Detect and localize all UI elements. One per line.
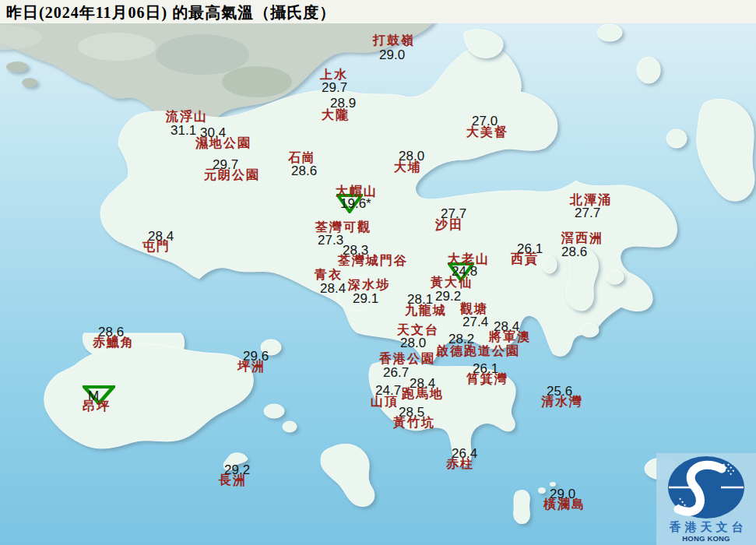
station-name: 北潭涌 bbox=[570, 194, 612, 206]
map-title: 昨日(2024年11月06日) 的最高氣溫（攝氏度） bbox=[6, 2, 336, 23]
station-name: 石崗 bbox=[288, 152, 316, 164]
station-name: 天文台 bbox=[397, 324, 439, 336]
station-name: 上水 bbox=[320, 69, 348, 81]
station-value: 28.4 bbox=[320, 282, 346, 295]
station-value: 29.0 bbox=[379, 48, 405, 62]
station-value: 27.3 bbox=[318, 234, 343, 247]
hko-logo-chinese: 香港天文台 bbox=[656, 520, 756, 535]
station-name: 大帽山 bbox=[336, 185, 378, 198]
hko-logo: 香港天文台 HONG KONG OBSERVATORY bbox=[656, 453, 756, 545]
hko-logo-english: HONG KONG OBSERVATORY bbox=[656, 534, 756, 545]
title-bar: 昨日(2024年11月06日) 的最高氣溫（攝氏度） bbox=[0, 0, 756, 23]
station-name: 清水灣 bbox=[541, 396, 583, 408]
hong-kong-map bbox=[0, 0, 756, 545]
station-name: 橫瀾島 bbox=[543, 498, 585, 511]
station-value: 28.0 bbox=[400, 336, 426, 350]
station-name: 深水埗 bbox=[348, 279, 390, 291]
station-name: 長洲 bbox=[219, 474, 247, 487]
station-name: 將軍澳 bbox=[489, 331, 531, 343]
station-name: 大老山 bbox=[448, 253, 490, 265]
station-name: 西貢 bbox=[511, 253, 539, 265]
station-value: 29.1 bbox=[353, 292, 378, 305]
station-name: 赤鱲角 bbox=[93, 336, 135, 349]
station-name: 流浮山 bbox=[166, 111, 208, 123]
station-name: 跑馬地 bbox=[402, 388, 444, 400]
station-name: 啟德跑道公園 bbox=[436, 345, 520, 357]
station-name: 坪洲 bbox=[237, 360, 265, 373]
station-name: 大隴 bbox=[322, 109, 350, 121]
station-name: 大美督 bbox=[466, 126, 508, 139]
station-name: 赤柱 bbox=[446, 458, 474, 470]
station-value: 28.6 bbox=[561, 245, 587, 258]
station-name: 黃大仙 bbox=[431, 276, 473, 289]
station-name: 青衣 bbox=[315, 269, 343, 281]
station-name: 濕地公園 bbox=[195, 137, 251, 149]
station-name: 打鼓嶺 bbox=[373, 34, 415, 47]
station-name: 觀塘 bbox=[460, 303, 488, 315]
station-name: 沙田 bbox=[435, 219, 463, 231]
station-name: 荃灣城門谷 bbox=[338, 255, 408, 267]
station-value: 27.4 bbox=[462, 315, 488, 329]
hko-emblem-icon bbox=[656, 453, 756, 520]
weather-map: 昨日(2024年11月06日) 的最高氣溫（攝氏度） 29.0打鼓嶺29.7上水… bbox=[0, 0, 756, 545]
station-name: 元朗公園 bbox=[204, 169, 260, 181]
station-name: 山頂 bbox=[371, 396, 399, 408]
station-name: 九龍城 bbox=[405, 304, 447, 317]
station-value: 26.7 bbox=[383, 366, 409, 379]
station-name: 昂坪 bbox=[83, 400, 111, 413]
station-name: 香港公園 bbox=[379, 353, 435, 365]
station-value: 29.2 bbox=[435, 290, 461, 303]
station-value: 19.6* bbox=[340, 197, 371, 210]
station-name: 滘西洲 bbox=[561, 232, 603, 244]
station-name: 大埔 bbox=[394, 161, 422, 174]
station-value: 31.1 bbox=[171, 124, 196, 137]
station-name: 屯門 bbox=[142, 241, 171, 253]
station-value: 29.7 bbox=[322, 81, 347, 94]
station-value: 27.7 bbox=[575, 206, 600, 220]
station-value: 28.6 bbox=[291, 164, 317, 178]
station-name: 黃竹坑 bbox=[393, 417, 435, 429]
station-name: 筲箕灣 bbox=[466, 373, 508, 385]
station-name: 荃灣可觀 bbox=[315, 221, 371, 234]
